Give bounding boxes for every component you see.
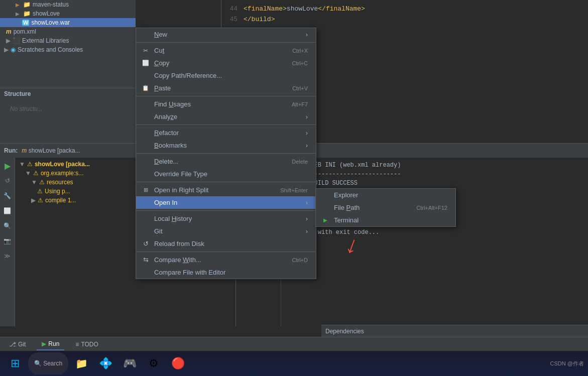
context-menu: New › ✂ Cut Ctrl+X ⬜ Copy Ctrl+C Copy Pa…	[136, 28, 316, 279]
run-play-button[interactable]: ▶	[2, 160, 14, 172]
menu-item-open-right-split[interactable]: ⊞ Open in Right Split Shift+Enter	[136, 184, 316, 196]
toolbar-tab-run[interactable]: ▶ Run	[37, 338, 64, 350]
run-tree-root-label: showLove [packa...	[35, 161, 90, 168]
dependencies-panel: Dependencies	[321, 325, 588, 337]
find-usages-shortcut: Alt+F7	[292, 101, 308, 107]
menu-item-find-usages-label: Find Usages	[154, 100, 282, 108]
war-file-icon: W	[22, 20, 29, 26]
tree-item-label: showLove.war	[31, 19, 70, 26]
delete-shortcut: Delete	[292, 159, 308, 165]
tree-item-label: showLove	[33, 10, 60, 17]
git-arrow-icon: ›	[306, 227, 308, 235]
cut-icon: ✂	[141, 47, 150, 54]
tree-item-maven-status[interactable]: ▶ 📁 maven-status	[0, 0, 136, 9]
menu-item-override-label: Override File Type	[154, 170, 308, 178]
pom-icon: m	[6, 28, 12, 35]
bookmarks-arrow-icon: ›	[306, 142, 308, 149]
taskbar-file-explorer[interactable]: 📁	[70, 352, 92, 374]
git-tab-label: Git	[18, 341, 26, 348]
taskbar-start-button[interactable]: ⊞	[4, 352, 26, 374]
menu-item-open-in[interactable]: Open In ›	[136, 196, 316, 209]
line-number-44: 44	[225, 4, 238, 15]
submenu-item-explorer[interactable]: Explorer	[316, 189, 455, 201]
cut-shortcut: Ctrl+X	[292, 48, 308, 54]
taskbar-app-3[interactable]: ⚙	[143, 352, 165, 374]
menu-item-delete[interactable]: Delete... Delete	[136, 155, 316, 168]
run-search-button[interactable]: 🔍	[2, 220, 14, 232]
menu-item-override-filetype[interactable]: Override File Type	[136, 168, 316, 180]
menu-item-cut[interactable]: ✂ Cut Ctrl+X	[136, 44, 316, 57]
dependencies-label: Dependencies	[325, 328, 364, 335]
submenu-file-path-label: File Path	[334, 204, 406, 211]
open-right-split-shortcut: Shift+Enter	[280, 187, 308, 193]
submenu-item-file-path[interactable]: File Path Ctrl+Alt+F12	[316, 201, 455, 214]
menu-item-git-label: Git	[154, 227, 306, 235]
menu-item-git[interactable]: Git ›	[136, 225, 316, 237]
paste-icon: 📋	[141, 85, 150, 91]
toolbar-tab-todo[interactable]: ≡ TODO	[70, 339, 103, 350]
taskbar-app-2[interactable]: 🎮	[119, 352, 141, 374]
refactor-arrow-icon: ›	[306, 129, 308, 137]
toolbar-tab-git[interactable]: ⎇ Git	[4, 339, 31, 350]
taskbar-search-button[interactable]: 🔍 Search	[28, 352, 68, 374]
file-path-shortcut: Ctrl+Alt+F12	[416, 205, 447, 211]
submenu-explorer-label: Explorer	[334, 191, 447, 199]
separator-4	[136, 153, 316, 154]
menu-item-find-usages[interactable]: Find Usages Alt+F7	[136, 98, 316, 110]
menu-item-cut-label: Cut	[154, 47, 282, 54]
reload-icon: ↺	[141, 240, 150, 247]
menu-item-copy[interactable]: ⬜ Copy Ctrl+C	[136, 57, 316, 69]
menu-item-paste[interactable]: 📋 Paste Ctrl+V	[136, 82, 316, 94]
menu-item-refactor[interactable]: Refactor ›	[136, 127, 316, 139]
menu-item-analyze[interactable]: Analyze ›	[136, 110, 316, 123]
menu-item-compare-editor[interactable]: Compare File with Editor	[136, 266, 316, 279]
run-tab-label: Run	[48, 340, 59, 347]
menu-item-local-history-label: Local History	[154, 215, 306, 222]
menu-item-copy-label: Copy	[154, 59, 282, 67]
submenu-open-in: Explorer File Path Ctrl+Alt+F12 ▶ Termin…	[315, 188, 456, 227]
run-tree-org-label: org.example:s...	[41, 170, 83, 177]
tree-item-external-libs[interactable]: ▶ ⬛ External Libraries	[0, 36, 136, 45]
tree-item-showlove-war[interactable]: W showLove.war	[0, 18, 136, 27]
run-rerun-button[interactable]: ↺	[2, 175, 14, 187]
copy-shortcut: Ctrl+C	[292, 60, 308, 66]
editor-line-45: 45 </build>	[225, 15, 584, 25]
menu-item-compare-with-label: Compare With...	[154, 256, 282, 264]
submenu-item-terminal[interactable]: ▶ Terminal	[316, 214, 455, 226]
separator-3	[136, 124, 316, 125]
new-arrow-icon: ›	[306, 31, 308, 38]
menu-item-new-label: New	[154, 31, 306, 38]
run-tree-compile-label: compile 1...	[45, 197, 76, 204]
taskbar-app-1[interactable]: 💠	[94, 352, 116, 374]
tree-item-showlove[interactable]: ▶ 📁 showLove	[0, 9, 136, 18]
run-tree-resources-label: resources	[47, 179, 73, 186]
watermark-label: CSDN @作者	[550, 360, 584, 366]
compare-with-icon: ⇆	[141, 256, 150, 264]
console-line-3: [INFO] BUILD SUCCESS	[285, 179, 584, 188]
compare-with-shortcut: Ctrl+D	[292, 257, 308, 263]
menu-item-bookmarks[interactable]: Bookmarks ›	[136, 139, 316, 152]
run-settings-button[interactable]: 🔧	[2, 190, 14, 202]
todo-tab-icon: ≡	[75, 341, 79, 348]
run-camera-button[interactable]: 📷	[2, 235, 14, 247]
separator-2	[136, 96, 316, 96]
taskbar-app-4[interactable]: 🔴	[167, 352, 189, 374]
menu-item-reload[interactable]: ↺ Reload from Disk	[136, 237, 316, 250]
menu-item-new[interactable]: New ›	[136, 28, 316, 41]
editor-line-44: 44 <finalName>showLove</finalName>	[225, 4, 584, 15]
run-label: Run:	[4, 147, 18, 154]
menu-item-copy-path[interactable]: Copy Path/Reference...	[136, 69, 316, 82]
menu-item-compare-with[interactable]: ⇆ Compare With... Ctrl+D	[136, 254, 316, 266]
copy-icon: ⬜	[141, 60, 150, 66]
local-history-arrow-icon: ›	[306, 215, 308, 222]
menu-item-refactor-label: Refactor	[154, 129, 306, 137]
run-stop-button[interactable]: ⬜	[2, 205, 14, 217]
run-sort-button[interactable]: ≫	[2, 250, 14, 262]
tree-item-scratches[interactable]: ▶ ◉ Scratches and Consoles	[0, 45, 136, 54]
console-line-2: [INFO] -------------------------	[285, 170, 584, 179]
scratches-arrow-icon: ▶	[4, 46, 9, 53]
bottom-toolbar: ⎇ Git ▶ Run ≡ TODO	[0, 337, 588, 351]
taskbar: ⊞ 🔍 Search 📁 💠 🎮 ⚙ 🔴 CSDN @作者	[0, 351, 588, 376]
tree-item-pom[interactable]: m pom.xml	[0, 27, 136, 36]
menu-item-local-history[interactable]: Local History ›	[136, 212, 316, 225]
